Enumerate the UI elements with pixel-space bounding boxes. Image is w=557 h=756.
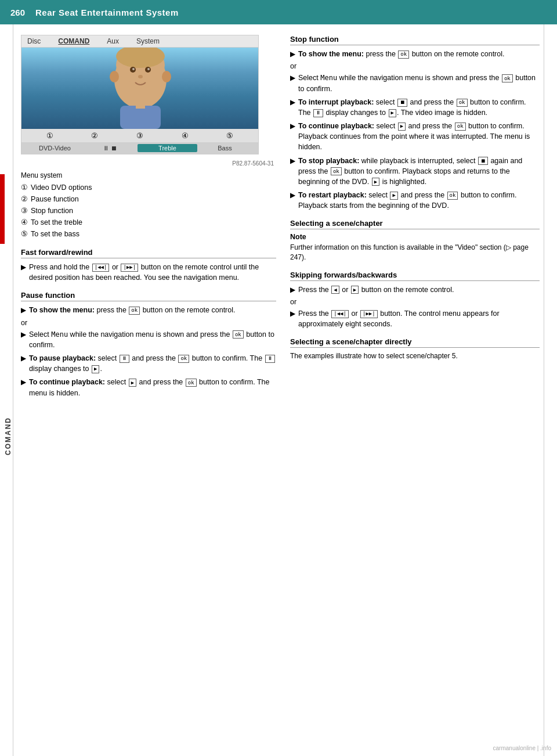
- skip-button: ▶ Press the |◀◀| or |▶▶| button. The con…: [290, 308, 540, 329]
- arrow-icon: ▶: [290, 49, 295, 59]
- arrow-icon: ▶: [21, 262, 26, 272]
- scene-section: Selecting a scene/chapter Note Further i…: [290, 219, 540, 262]
- list-item: ③Stop function: [21, 205, 276, 217]
- bullet-text: To interrupt playback: select ⏹ and pres…: [298, 97, 540, 118]
- list-text: Pause function: [31, 193, 79, 205]
- arrow-icon: ▶: [290, 73, 295, 83]
- ok-icon: ok: [186, 379, 197, 387]
- skipping-section: Skipping forwards/backwards ▶ Press the …: [290, 271, 540, 330]
- stop-continue: ▶ To continue playback: select ▶ and pre…: [290, 121, 540, 152]
- accent-bar: [0, 174, 5, 244]
- list-item: ②Pause function: [21, 193, 276, 205]
- arrow-icon: ▶: [21, 330, 26, 340]
- arrow-icon: ▶: [290, 156, 295, 166]
- list-item: ⑤To set the bass: [21, 228, 276, 240]
- num-1: ①: [27, 131, 73, 140]
- bullet-text: To stop playback: while playback is inte…: [298, 156, 540, 187]
- header-bar: 260 Rear Seat Entertainment System: [0, 0, 557, 24]
- list-text: To set the treble: [31, 217, 82, 228]
- stop-interrupt: ▶ To interrupt playback: select ⏹ and pr…: [290, 97, 540, 118]
- play-icon: ▶: [129, 379, 136, 387]
- arrow-icon: ▶: [290, 285, 295, 295]
- list-num: ③: [21, 205, 28, 217]
- bullet-text: To continue playback: select ▶ and press…: [298, 121, 540, 152]
- note-text: Further information on this function is …: [290, 243, 540, 262]
- bullet-text: To show the menu: press the ok button on…: [29, 305, 276, 315]
- bullet-text: Press the ◀ or ▶ button on the remote co…: [298, 285, 540, 295]
- comand-label: COMAND: [4, 417, 12, 455]
- pause-title: Pause function: [21, 291, 276, 301]
- num-2: ②: [73, 131, 118, 140]
- bullet-text: To show the menu: press the ok button on…: [298, 49, 540, 59]
- stop-show-menu: ▶ To show the menu: press the ok button …: [290, 49, 540, 59]
- stop-section: Stop function ▶ To show the menu: press …: [290, 35, 540, 211]
- pause-select-menu: ▶ Select Menu while the navigation menu …: [21, 329, 276, 351]
- baby-illustration: [21, 48, 258, 129]
- ff-icon: |▶▶|: [360, 310, 378, 318]
- num-5: ⑤: [207, 131, 252, 140]
- tab-aux: Aux: [107, 37, 119, 45]
- ok-icon: ok: [447, 192, 458, 200]
- pause-show-menu: ▶ To show the menu: press the ok button …: [21, 305, 276, 315]
- list-item: ④To set the treble: [21, 217, 276, 228]
- header-title: Rear Seat Entertainment System: [35, 8, 179, 17]
- arrow-icon: ▶: [290, 309, 295, 319]
- ok-icon: ok: [457, 99, 468, 107]
- note-box: Note Further information on this functio…: [290, 233, 540, 262]
- svg-point-5: [132, 68, 135, 70]
- svg-point-6: [147, 68, 150, 70]
- label-treble: Treble: [138, 144, 197, 152]
- skipping-title: Skipping forwards/backwards: [290, 271, 540, 281]
- stop-icon: ⏹: [397, 99, 407, 107]
- arrow-icon: ▶: [290, 98, 295, 107]
- right-column: Stop function ▶ To show the menu: press …: [290, 35, 540, 406]
- ok-icon: ok: [398, 51, 409, 59]
- pause-section: Pause function ▶ To show the menu: press…: [21, 291, 276, 398]
- note-title: Note: [290, 233, 540, 241]
- fastforward-icon: |▶▶|: [121, 264, 138, 272]
- ok-icon: ok: [455, 123, 466, 131]
- next-icon: ▶: [351, 286, 359, 294]
- list-text: To set the bass: [31, 228, 79, 240]
- arrow-icon: ▶: [290, 190, 295, 200]
- stop-stop: ▶ To stop playback: while playback is in…: [290, 156, 540, 187]
- play-icon: ▶: [389, 109, 396, 117]
- list-num: ②: [21, 193, 28, 205]
- svg-point-11: [162, 71, 171, 82]
- left-column: Disc COMAND Aux System: [21, 35, 276, 406]
- stop-restart: ▶ To restart playback: select ▶ and pres…: [290, 190, 540, 211]
- svg-rect-9: [136, 100, 145, 109]
- bullet-fast-forward: ▶ Press and hold the |◀◀| or |▶▶| button…: [21, 262, 276, 283]
- list-text: Video DVD options: [31, 182, 92, 193]
- bullet-text: Press the |◀◀| or |▶▶| button. The contr…: [298, 308, 540, 329]
- fast-forward-title: Fast forward/rewind: [21, 248, 276, 258]
- tab-system: System: [136, 37, 160, 45]
- menu-list: ①Video DVD options ②Pause function ③Stop…: [21, 182, 276, 240]
- diagram-numbers-row: ① ② ③ ④ ⑤: [21, 129, 258, 142]
- select-directly-title: Selecting a scene/chapter directly: [290, 337, 540, 348]
- stop-select-menu: ▶ Select Menu while the navigation menu …: [290, 73, 540, 94]
- bullet-text: Select Menu while the navigation menu is…: [29, 329, 276, 351]
- bullet-text: Select Menu while the navigation menu is…: [298, 73, 540, 94]
- diagram-bottom-bar: DVD-Video ⏸ ⏹ Treble Bass: [21, 142, 258, 154]
- list-text: Stop function: [31, 205, 73, 217]
- or-text: or: [290, 298, 540, 306]
- list-num: ⑤: [21, 228, 28, 240]
- stop-icon: ⏹: [478, 157, 488, 165]
- select-directly-text: The examples illustrate how to select sc…: [290, 351, 540, 361]
- page-number: 260: [10, 8, 25, 17]
- svg-point-7: [138, 75, 143, 78]
- num-3: ③: [117, 131, 162, 140]
- diagram-image: [21, 48, 258, 129]
- diagram-tabs: Disc COMAND Aux System: [21, 35, 258, 48]
- select-directly-section: Selecting a scene/chapter directly The e…: [290, 337, 540, 361]
- watermark: carmanualonline | .info: [493, 745, 551, 751]
- bullet-text: To continue playback: select ▶ and press…: [29, 377, 276, 398]
- tab-disc: Disc: [27, 37, 41, 45]
- bullet-text: Press and hold the |◀◀| or |▶▶| button o…: [29, 262, 276, 283]
- ok-icon: ok: [129, 307, 140, 315]
- arrow-icon: ▶: [290, 121, 295, 131]
- pause-icon: ⏸: [313, 109, 323, 117]
- ok-icon: ok: [178, 355, 189, 363]
- play-icon: ▶: [92, 365, 99, 373]
